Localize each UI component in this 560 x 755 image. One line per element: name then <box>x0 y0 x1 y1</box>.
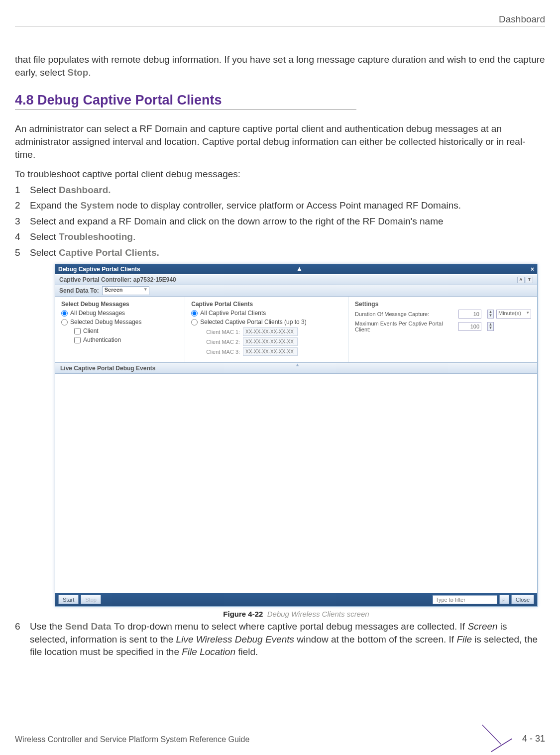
step-3: 3 Select and expand a RF Domain and clic… <box>15 214 545 228</box>
step5-pre: Select <box>30 247 59 258</box>
lead-pre: that file populates with remote debug in… <box>15 54 545 78</box>
mac3-input[interactable] <box>243 347 298 356</box>
auth-check-label: Authentication <box>83 336 121 343</box>
steps-list: 1 Select Dashboard. 2 Expand the System … <box>15 183 545 260</box>
step2-pre: Expand the <box>30 200 80 211</box>
step-5: 5 Select Captive Portal Clients. <box>15 245 545 260</box>
resize-handle-icon[interactable]: ▴ <box>296 362 299 367</box>
step4-pre: Select <box>30 231 59 242</box>
all-debug-label: All Debug Messages <box>70 310 125 317</box>
lead-post: . <box>88 67 91 78</box>
duration-input[interactable] <box>458 310 481 319</box>
duration-label: Duration Of Message Capture: <box>355 311 457 317</box>
step-2: 2 Expand the System node to display cont… <box>15 198 545 213</box>
live-events-area <box>55 374 537 593</box>
step-1: 1 Select Dashboard. <box>15 183 545 197</box>
step4-bold: Troubleshooting <box>59 231 133 242</box>
chapter-label: Dashboard <box>15 14 545 26</box>
max-events-label: Maximum Events Per Captive Portal Client… <box>355 321 457 332</box>
brand-slash-icon <box>487 724 512 744</box>
step-4: 4 Select Troubleshooting. <box>15 229 545 244</box>
instruction-line: To troubleshoot captive portal client de… <box>15 168 545 181</box>
bottom-toolbar: Start Stop ⌕ Close <box>55 593 537 606</box>
window-title: Debug Captive Portal Clients <box>58 266 140 273</box>
client-check-label: Client <box>83 327 99 334</box>
settings-title: Settings <box>355 301 531 308</box>
step2-post: node to display controller, service plat… <box>114 200 461 211</box>
captive-clients-title: Captive Portal Clients <box>191 301 342 308</box>
auth-checkbox[interactable]: Authentication <box>74 336 179 343</box>
figure-number: Figure 4-22 <box>223 610 263 618</box>
step6-mid3: window at the bottom of the screen. If <box>294 634 456 645</box>
send-data-label: Send Data To: <box>59 287 99 294</box>
page-footer: Wireless Controller and Service Platform… <box>15 724 545 744</box>
window-titlebar: Debug Captive Portal Clients ▲ × <box>55 264 537 274</box>
selected-debug-label: Selected Debug Messages <box>70 319 141 325</box>
mac2-input[interactable] <box>243 337 298 346</box>
selected-clients-label: Selected Captive Portal Clients (up to 3… <box>200 319 306 325</box>
live-events-title: Live Captive Portal Debug Events <box>60 365 155 372</box>
step6-i3: File <box>456 634 472 645</box>
mac3-label: Client MAC 3: <box>206 349 240 355</box>
stop-label: Stop <box>67 67 88 78</box>
select-debug-title: Select Debug Messages <box>61 301 179 308</box>
caret-a-button[interactable]: A <box>517 277 525 283</box>
step6-end: field. <box>235 647 258 657</box>
step6-bold: Send Data To <box>65 621 125 632</box>
duration-unit-label: Minute(s) <box>498 310 521 316</box>
mac1-input[interactable] <box>243 327 298 336</box>
mac1-label: Client MAC 1: <box>206 329 240 335</box>
cursor-icon: ▲ <box>296 265 303 272</box>
all-clients-label: All Captive Portal Clients <box>200 310 266 317</box>
step1-bold: Dashboard. <box>59 185 111 195</box>
filter-input[interactable] <box>433 595 497 604</box>
controller-label: Captive Portal Controller: ap7532-15E940 <box>59 276 176 283</box>
start-button[interactable]: Start <box>58 595 79 604</box>
step6-mid1: drop-down menu to select where captive p… <box>125 621 468 632</box>
stop-button[interactable]: Stop <box>81 595 101 604</box>
figure-title: Debug Wireless Clients screen <box>267 610 369 618</box>
chevron-down-icon: ▾ <box>144 287 147 292</box>
all-clients-radio[interactable]: All Captive Portal Clients <box>191 310 342 317</box>
section-heading: 4.8 Debug Captive Portal Clients <box>15 93 356 109</box>
duration-spinner[interactable]: ▲▼ <box>487 310 494 319</box>
page-number: 4 - 31 <box>522 734 545 744</box>
all-debug-radio[interactable]: All Debug Messages <box>61 310 179 317</box>
step4-post: . <box>133 231 135 242</box>
caret-t-button[interactable]: T <box>526 277 533 283</box>
lead-paragraph: that file populates with remote debug in… <box>15 53 545 79</box>
step6-i2: Live Wireless Debug Events <box>176 634 294 645</box>
step6-i4: File Location <box>182 647 235 657</box>
duration-unit-select[interactable]: Minute(s) ▾ <box>496 310 531 319</box>
selected-clients-radio[interactable]: Selected Captive Portal Clients (up to 3… <box>191 319 342 325</box>
client-checkbox[interactable]: Client <box>74 327 179 334</box>
close-button[interactable]: Close <box>511 595 534 604</box>
selected-debug-radio[interactable]: Selected Debug Messages <box>61 319 179 325</box>
chevron-down-icon: ▾ <box>527 310 529 315</box>
controller-bar: Captive Portal Controller: ap7532-15E940… <box>55 274 537 285</box>
send-data-bar: Send Data To: Screen ▾ <box>55 285 537 297</box>
screenshot-panel: Debug Captive Portal Clients ▲ × Captive… <box>55 264 538 607</box>
mac2-label: Client MAC 2: <box>206 339 240 345</box>
step3-text: Select and expand a RF Domain and click … <box>30 216 444 226</box>
step5-bold: Captive Portal Clients. <box>59 247 159 258</box>
send-data-select[interactable]: Screen ▾ <box>102 286 149 295</box>
intro-paragraph: An administrator can select a RF Domain … <box>15 122 545 161</box>
step6-pre: Use the <box>30 621 65 632</box>
live-events-header: ▴ Live Captive Portal Debug Events <box>55 363 537 374</box>
footer-title: Wireless Controller and Service Platform… <box>15 735 249 744</box>
send-data-value: Screen <box>105 287 123 293</box>
step2-bold: System <box>80 200 114 211</box>
figure-caption: Figure 4-22 Debug Wireless Clients scree… <box>55 610 538 618</box>
step6-i1: Screen <box>467 621 497 632</box>
step1-pre: Select <box>30 185 59 195</box>
close-icon[interactable]: × <box>531 266 534 273</box>
step-6: 6 Use the Send Data To drop-down menu to… <box>15 620 545 658</box>
max-events-input[interactable] <box>458 322 481 331</box>
max-events-spinner[interactable]: ▲▼ <box>487 322 494 331</box>
search-icon[interactable]: ⌕ <box>499 595 509 604</box>
